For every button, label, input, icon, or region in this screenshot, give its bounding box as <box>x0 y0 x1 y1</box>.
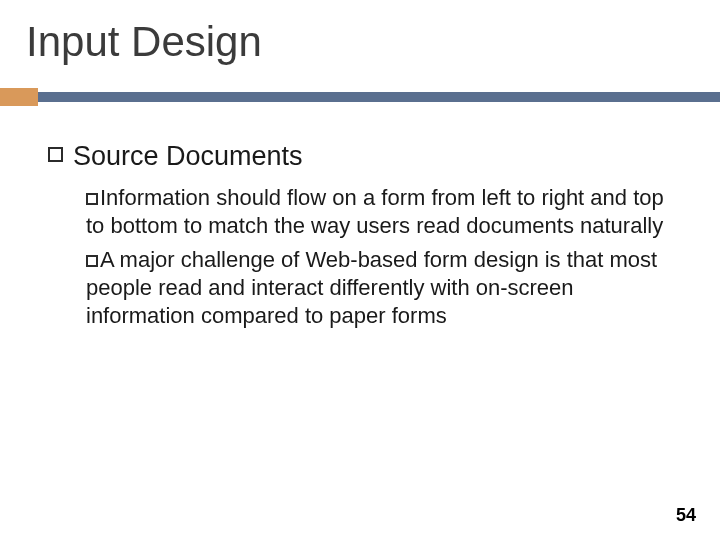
level2-list: Information should flow on a form from l… <box>86 184 678 331</box>
bullet-level1: Source Documents Information should flow… <box>48 140 678 331</box>
level2-rest: major challenge of Web-based form design… <box>86 247 657 328</box>
page-number: 54 <box>676 505 696 526</box>
square-bullet-icon <box>86 255 98 267</box>
level2-lead: Information <box>100 185 210 210</box>
level1-text: Source Documents <box>73 140 303 174</box>
square-bullet-icon <box>48 147 63 162</box>
bullet-level2: Information should flow on a form from l… <box>86 184 678 240</box>
divider-accent-blue <box>38 92 720 102</box>
divider-accent-orange <box>0 88 38 106</box>
level2-lead: A <box>100 247 113 272</box>
bullet-level2: A major challenge of Web-based form desi… <box>86 246 678 330</box>
square-bullet-icon <box>86 193 98 205</box>
content-area: Source Documents Information should flow… <box>48 140 678 345</box>
slide: Input Design Source Documents Informatio… <box>0 0 720 540</box>
divider <box>0 88 720 106</box>
slide-title: Input Design <box>26 18 262 66</box>
